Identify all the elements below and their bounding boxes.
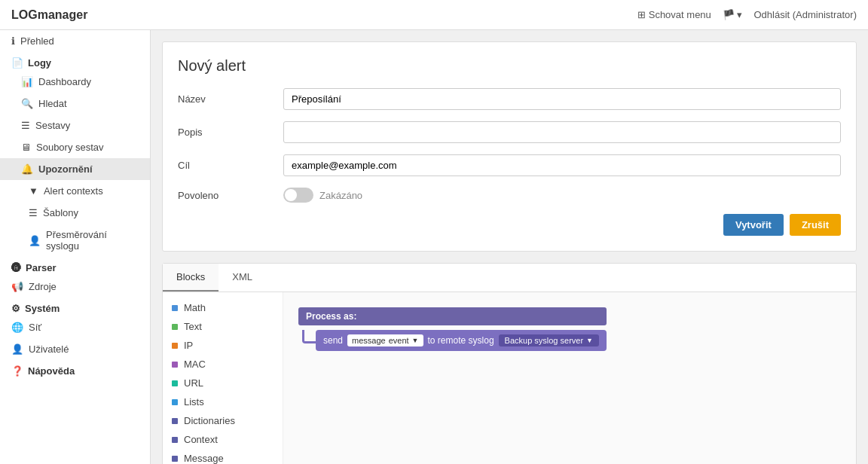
block-item-lists[interactable]: Lists <box>163 392 283 411</box>
text-label: Text <box>184 321 202 332</box>
report-icon: ☰ <box>21 120 30 131</box>
new-alert-card: Nový alert Název Popis Cíl Povoleno Zaká… <box>162 41 857 252</box>
sidebar-item-overview[interactable]: ℹ Přehled <box>0 30 150 52</box>
description-row: Popis <box>178 121 841 143</box>
block-item-text[interactable]: Text <box>163 317 283 336</box>
block-item-dictionaries[interactable]: Dictionaries <box>163 411 283 430</box>
name-input[interactable] <box>283 88 841 110</box>
info-icon: ℹ <box>11 35 15 47</box>
sidebar-item-alerts[interactable]: 🔔 Upozornění <box>0 158 150 180</box>
sidebar-item-network[interactable]: 🌐 Síť <box>0 316 150 338</box>
lists-dot <box>172 399 178 405</box>
app-logo: LOGmanager <box>11 8 87 22</box>
redirect-icon: 👤 <box>29 235 41 246</box>
flag-btn[interactable]: 🏴 ▾ <box>723 9 743 20</box>
chart-icon: 📊 <box>21 76 33 87</box>
cancel-button[interactable]: Zrušit <box>790 214 841 236</box>
send-row: send message event ▼ to remote syslog Ba… <box>316 330 607 351</box>
name-label: Název <box>178 93 283 105</box>
sidebar-item-alert-contexts[interactable]: ▼ Alert contexts <box>0 180 150 202</box>
gear-icon: ⚙ <box>11 303 20 314</box>
grid-icon: ⊞ <box>637 9 646 20</box>
dictionaries-dot <box>172 418 178 424</box>
sidebar-item-syslog-redirect[interactable]: 👤 Přesměrování syslogu <box>0 224 150 257</box>
description-label: Popis <box>178 127 283 138</box>
math-label: Math <box>184 302 206 313</box>
sidebar-item-reports[interactable]: ☰ Sestavy <box>0 114 150 136</box>
tab-blocks[interactable]: Blocks <box>163 264 219 292</box>
sidebar-item-report-files[interactable]: 🖥 Soubory sestav <box>0 136 150 158</box>
sidebar-section-system: ⚙ Systém <box>0 298 150 316</box>
sidebar-item-dashboards[interactable]: 📊 Dashboardy <box>0 71 150 93</box>
block-item-ip[interactable]: IP <box>163 336 283 355</box>
sidebar-section-logs: 📄 Logy <box>0 52 150 71</box>
enabled-row: Povoleno Zakázáno <box>178 188 841 203</box>
toggle-label: Zakázáno <box>319 190 362 201</box>
message-label: Message <box>184 453 224 464</box>
file-icon: 📄 <box>11 57 23 69</box>
tab-xml[interactable]: XML <box>219 264 266 292</box>
layout: ℹ Přehled 📄 Logy 📊 Dashboardy 🔍 Hledat ☰… <box>0 30 868 464</box>
block-item-url[interactable]: URL <box>163 374 283 392</box>
server-pill[interactable]: Backup syslog server ▼ <box>499 334 599 346</box>
parser-icon: 🅐 <box>11 262 21 273</box>
block-item-context[interactable]: Context <box>163 430 283 449</box>
description-input[interactable] <box>283 121 841 143</box>
main-content: Nový alert Název Popis Cíl Povoleno Zaká… <box>151 30 868 464</box>
create-button[interactable]: Vytvořit <box>723 214 784 236</box>
block-item-math[interactable]: Math <box>163 298 283 317</box>
card-title: Nový alert <box>178 57 841 75</box>
connector <box>302 330 316 343</box>
sidebar-item-sources[interactable]: 📢 Zdroje <box>0 276 150 298</box>
logout-btn[interactable]: Odhlásit (Administrator) <box>753 9 857 20</box>
mac-label: MAC <box>184 359 206 370</box>
to-remote-text: to remote syslog <box>428 335 494 346</box>
sidebar-item-users[interactable]: 👤 Uživatelé <box>0 338 150 360</box>
message-dot <box>172 456 178 462</box>
message-dropdown-icon: ▼ <box>412 337 419 344</box>
target-input[interactable] <box>283 154 841 176</box>
blocks-body: Math Text IP MAC <box>163 292 856 464</box>
process-block: Process as: send message event ▼ to r <box>298 307 607 351</box>
blocks-list: Math Text IP MAC <box>163 292 283 464</box>
dictionaries-label: Dictionaries <box>184 415 235 426</box>
sidebar-section-parser: 🅐 Parser <box>0 257 150 276</box>
target-row: Cíl <box>178 154 841 176</box>
server-dropdown-icon: ▼ <box>586 337 593 344</box>
url-dot <box>172 380 178 386</box>
lists-label: Lists <box>184 396 204 408</box>
bell-icon: 🔔 <box>21 163 33 175</box>
context-label: Context <box>184 434 218 445</box>
folder-icon: 🖥 <box>21 142 31 153</box>
ip-dot <box>172 343 178 349</box>
filter-icon: ▼ <box>29 185 38 197</box>
blocks-canvas: Process as: send message event ▼ to r <box>283 292 856 464</box>
process-label: Process as: <box>298 307 607 325</box>
message-pill-value: event <box>389 336 409 345</box>
message-pill[interactable]: message event ▼ <box>347 334 423 346</box>
context-dot <box>172 437 178 443</box>
sidebar: ℹ Přehled 📄 Logy 📊 Dashboardy 🔍 Hledat ☰… <box>0 30 151 464</box>
sidebar-item-templates[interactable]: ☰ Šablony <box>0 202 150 224</box>
ip-label: IP <box>184 340 193 351</box>
sources-icon: 📢 <box>11 281 23 292</box>
users-icon: 👤 <box>11 343 23 355</box>
toggle-wrap: Zakázáno <box>283 188 362 203</box>
enabled-toggle[interactable] <box>283 188 313 203</box>
message-pill-text: message <box>352 336 386 345</box>
help-icon: ❓ <box>11 365 23 377</box>
mac-dot <box>172 362 178 368</box>
text-dot <box>172 324 178 330</box>
url-label: URL <box>184 377 203 389</box>
math-dot <box>172 305 178 311</box>
template-icon: ☰ <box>29 207 38 218</box>
block-item-message[interactable]: Message <box>163 449 283 464</box>
form-buttons: Vytvořit Zrušit <box>178 214 841 236</box>
sidebar-item-search[interactable]: 🔍 Hledat <box>0 93 150 114</box>
enabled-label: Povoleno <box>178 190 283 201</box>
send-text: send <box>323 335 343 346</box>
network-icon: 🌐 <box>11 322 23 333</box>
name-row: Název <box>178 88 841 110</box>
hide-menu-btn[interactable]: ⊞ Schovat menu <box>637 9 711 20</box>
block-item-mac[interactable]: MAC <box>163 355 283 374</box>
